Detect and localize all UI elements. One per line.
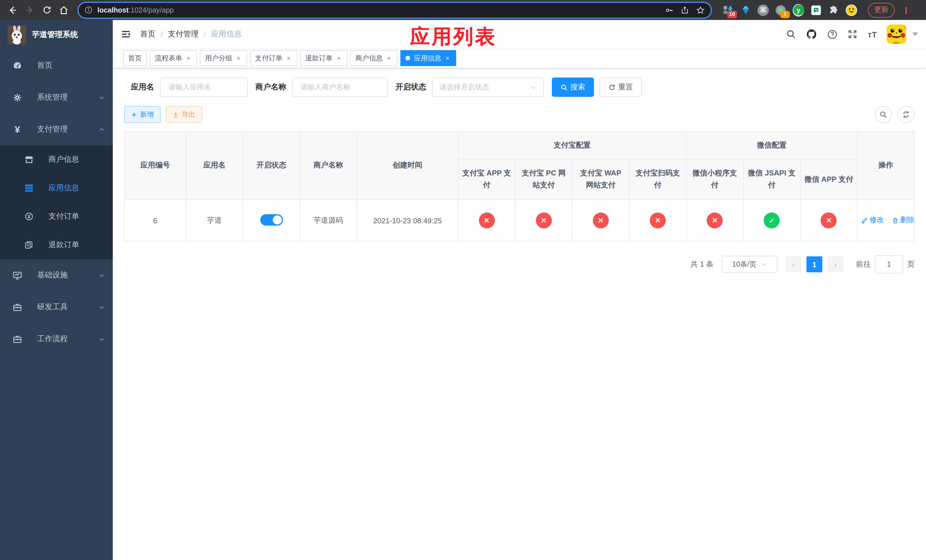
export-button[interactable]: 导出 <box>166 106 202 123</box>
tab-label: 支付订单 <box>255 53 283 63</box>
close-icon[interactable]: × <box>235 55 242 62</box>
delete-link[interactable]: 删除 <box>891 216 914 225</box>
ext-green-y-icon[interactable]: y <box>793 4 804 16</box>
tab-pay-order[interactable]: 支付订单× <box>250 50 297 66</box>
back-icon <box>8 5 18 15</box>
screen: localhost:1024/pay/app 10 ⌘ <box>0 0 926 560</box>
annotation-title: 应用列表 <box>410 23 496 50</box>
prev-page-button[interactable]: ‹ <box>785 256 801 272</box>
share-icon[interactable] <box>681 5 689 15</box>
browser-forward-button[interactable] <box>22 2 38 18</box>
tab-refund-order[interactable]: 退款订单× <box>300 50 347 66</box>
site-info-icon[interactable] <box>84 6 93 14</box>
tab-label: 首页 <box>128 53 142 63</box>
search-button-label: 搜索 <box>570 82 585 92</box>
breadcrumb-item[interactable]: 支付管理 <box>168 29 199 39</box>
col-header-wx-mini: 微信小程序支付 <box>686 159 743 200</box>
cell-merchant: 芋道源码 <box>300 200 357 241</box>
chevron-down-icon <box>98 271 105 279</box>
merchant-name-input-field[interactable] <box>299 83 380 92</box>
merchant-name-input[interactable] <box>292 77 387 97</box>
status-toggle[interactable] <box>260 214 283 225</box>
password-key-icon[interactable] <box>664 5 674 15</box>
edit-link[interactable]: 修改 <box>861 216 884 225</box>
chevron-down-icon <box>761 262 767 267</box>
tab-user-group[interactable]: 用户分组× <box>200 50 247 66</box>
ext-measure-icon[interactable]: 10 <box>722 4 734 16</box>
browser-back-button[interactable] <box>5 2 21 18</box>
ext-camera-icon[interactable]: 1 <box>775 4 787 16</box>
forward-icon <box>24 5 35 15</box>
next-page-button[interactable]: › <box>828 256 843 272</box>
pager: ‹ 1 › <box>785 256 843 272</box>
search-button[interactable]: 搜索 <box>552 77 594 97</box>
open-status-select[interactable]: 请选择开启状态 <box>432 77 543 97</box>
browser-reload-button[interactable] <box>39 2 54 18</box>
ext-badge: 10 <box>727 11 737 18</box>
table-row: 6 芋道 芋道源码 2021-10-23 08:49:25 <box>124 200 914 241</box>
sidebar-item-refund-order[interactable]: 退款订单 <box>0 231 113 259</box>
github-icon[interactable] <box>806 29 817 40</box>
chevron-down-icon <box>98 93 105 102</box>
url-path: :1024/pay/app <box>129 6 174 14</box>
goto-label: 前往 <box>856 259 871 269</box>
add-button[interactable]: 新增 <box>124 106 160 123</box>
tab-app-info[interactable]: 应用信息× <box>400 50 456 66</box>
close-icon[interactable]: × <box>444 55 451 62</box>
search-icon[interactable] <box>786 29 796 39</box>
brand[interactable]: 芋道管理系统 <box>0 20 113 50</box>
user-avatar[interactable] <box>887 24 906 44</box>
sidebar-item-devtool[interactable]: 研发工具 <box>0 291 113 323</box>
home-icon <box>59 5 69 15</box>
chat-glyph <box>810 4 822 16</box>
toggle-search-button[interactable] <box>875 106 892 123</box>
sidebar-item-workflow[interactable]: 工作流程 <box>0 323 113 355</box>
plus-icon <box>131 111 137 118</box>
browser-menu-button[interactable]: ⋮ <box>902 6 910 14</box>
ext-chat-icon[interactable] <box>810 4 822 16</box>
ext-gem-icon[interactable] <box>740 4 751 16</box>
font-size-icon[interactable]: ᴛT <box>868 29 877 39</box>
sidebar-item-merchant-info[interactable]: 商户信息 <box>0 145 113 174</box>
app-name-input[interactable] <box>160 77 247 97</box>
tab-flow-form[interactable]: 流程表单× <box>150 50 197 66</box>
sidebar-item-app-info[interactable]: 应用信息 <box>0 174 113 202</box>
extensions-puzzle-icon[interactable] <box>828 4 840 16</box>
sidebar-item-label: 退款订单 <box>48 240 79 250</box>
sidebar-item-pay-order[interactable]: 支付订单 <box>0 202 113 231</box>
close-icon[interactable]: × <box>285 55 292 62</box>
tab-merchant-info[interactable]: 商户信息× <box>350 50 398 66</box>
bookmark-star-icon[interactable] <box>696 5 705 15</box>
sidebar-fold-button[interactable] <box>121 29 131 39</box>
avatar-caret-icon[interactable] <box>912 32 918 36</box>
breadcrumb-item[interactable]: 首页 <box>140 29 156 39</box>
sidebar-item-infra[interactable]: 基础设施 <box>0 259 113 291</box>
help-icon[interactable] <box>827 29 838 39</box>
browser-update-button[interactable]: 更新 <box>868 3 895 17</box>
group-header-alipay: 支付宝配置 <box>458 131 686 159</box>
sidebar: 芋道管理系统 首页 <box>0 20 113 560</box>
sidebar-item-label: 系统管理 <box>37 92 84 103</box>
sidebar-item-system[interactable]: 系统管理 <box>0 82 113 114</box>
reset-button[interactable]: 重置 <box>599 77 642 97</box>
fullscreen-icon[interactable] <box>848 29 858 39</box>
close-icon[interactable]: × <box>185 55 192 62</box>
page-size-select[interactable]: 10条/页 <box>722 256 777 273</box>
ext-command-icon[interactable]: ⌘ <box>757 4 769 16</box>
status-alipay-pc <box>536 212 552 229</box>
sidebar-item-home[interactable]: 首页 <box>0 50 113 82</box>
refresh-table-button[interactable] <box>897 106 915 123</box>
browser-home-button[interactable] <box>56 2 72 18</box>
tab-home[interactable]: 首页 <box>123 50 147 66</box>
close-icon[interactable]: × <box>336 55 342 62</box>
col-header-wx-jsapi: 微信 JSAPI 支付 <box>743 159 800 200</box>
browser-profile-avatar[interactable] <box>846 4 857 16</box>
page-number-1[interactable]: 1 <box>806 256 822 272</box>
sidebar-item-pay[interactable]: ¥ 支付管理 <box>0 114 113 145</box>
url-bar[interactable]: localhost:1024/pay/app <box>77 2 712 18</box>
browser-toolbar: localhost:1024/pay/app 10 ⌘ <box>0 0 926 20</box>
close-icon[interactable]: × <box>386 55 392 62</box>
col-header-alipay-qr: 支付宝扫码支付 <box>629 159 686 200</box>
app-name-input-field[interactable] <box>167 83 240 92</box>
goto-page-input[interactable] <box>875 255 903 274</box>
